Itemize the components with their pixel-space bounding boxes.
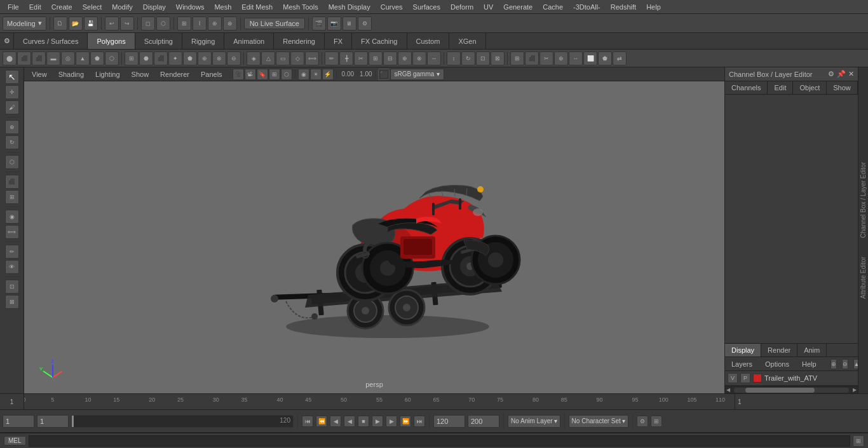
transform-tool[interactable]: ⊕ bbox=[5, 120, 19, 134]
tab-bar-settings[interactable]: ⚙ bbox=[0, 33, 14, 49]
menu-modify[interactable]: Modify bbox=[107, 2, 137, 12]
play-back-btn[interactable]: ◀ bbox=[344, 416, 355, 427]
scroll-track[interactable] bbox=[734, 388, 849, 393]
menu-redshift[interactable]: Redshift bbox=[606, 2, 641, 12]
scroll-thumb[interactable] bbox=[745, 388, 815, 393]
poly-append[interactable]: ✦ bbox=[168, 51, 182, 65]
time-slider[interactable]: 120 bbox=[71, 415, 294, 428]
step-back-btn[interactable]: ⏪ bbox=[316, 416, 327, 427]
poly-sphere[interactable]: ⬤ bbox=[3, 51, 17, 65]
menu-surfaces[interactable]: Surfaces bbox=[408, 2, 445, 12]
menu-mesh[interactable]: Mesh bbox=[209, 2, 236, 12]
rotate-tool[interactable]: ↻ bbox=[5, 135, 19, 149]
no-live-surface[interactable]: No Live Surface bbox=[244, 18, 305, 29]
prev-frame-btn[interactable]: ◀ bbox=[330, 416, 341, 427]
poly-cube[interactable]: ⬛ bbox=[17, 51, 31, 65]
poly-plane[interactable]: ▬ bbox=[46, 51, 60, 65]
layer-p-button[interactable]: P bbox=[740, 373, 750, 383]
poly-sculpt[interactable]: ✏ bbox=[325, 51, 339, 65]
soft-select[interactable]: ◉ bbox=[5, 210, 19, 224]
tab-rendering[interactable]: Rendering bbox=[274, 33, 325, 49]
menu-mesh-display[interactable]: Mesh Display bbox=[323, 2, 376, 12]
le-delete-layer[interactable]: ⊖ bbox=[842, 359, 848, 369]
snap-surface-button[interactable]: ⊗ bbox=[223, 17, 237, 31]
char-set-settings-btn[interactable]: ⚙ bbox=[637, 416, 648, 427]
vp-shading-btn[interactable]: ◉ bbox=[298, 69, 309, 80]
menu-edit-mesh[interactable]: Edit Mesh bbox=[236, 2, 278, 12]
poly-transfer[interactable]: ⇄ bbox=[613, 51, 627, 65]
poly-uv-unfold[interactable]: ⊞ bbox=[510, 51, 524, 65]
menu-help[interactable]: Help bbox=[641, 2, 666, 12]
channel-box-edge-label[interactable]: Channel Box / Layer Editor bbox=[860, 162, 867, 238]
poly-extrude[interactable]: ⊞ bbox=[125, 51, 139, 65]
poly-quadrangulate[interactable]: ▭ bbox=[276, 51, 290, 65]
poly-uv-layout[interactable]: ⬛ bbox=[525, 51, 539, 65]
open-file-button[interactable]: 📂 bbox=[69, 17, 83, 31]
poly-uv-move[interactable]: ↔ bbox=[569, 51, 583, 65]
stop-btn[interactable]: ■ bbox=[358, 416, 369, 427]
le-tab-display[interactable]: Display bbox=[725, 344, 761, 356]
poly-multicut[interactable]: ✂ bbox=[354, 51, 368, 65]
playback-start-input[interactable] bbox=[433, 415, 465, 428]
tab-animation[interactable]: Animation bbox=[224, 33, 274, 49]
snap-selection[interactable]: ⬡ bbox=[5, 155, 19, 169]
poly-offset[interactable]: ⊡ bbox=[476, 51, 490, 65]
tab-xgen[interactable]: XGen bbox=[449, 33, 485, 49]
vp-light-btn[interactable]: ☀ bbox=[310, 69, 322, 80]
menu-curves[interactable]: Curves bbox=[376, 2, 408, 12]
poly-target-weld[interactable]: ⊗ bbox=[412, 51, 426, 65]
undo-button[interactable]: ↩ bbox=[105, 17, 119, 31]
menu-deform[interactable]: Deform bbox=[445, 2, 478, 12]
3d-viewport[interactable]: persp X Y Z bbox=[24, 81, 724, 393]
layer-color-swatch[interactable] bbox=[753, 374, 762, 383]
menu-file[interactable]: File bbox=[3, 2, 24, 12]
vp-wireframe-btn[interactable]: ⬡ bbox=[281, 69, 292, 80]
play-fwd-btn[interactable]: ▶ bbox=[372, 416, 383, 427]
paint-tool[interactable]: 🖌 bbox=[5, 100, 19, 114]
script-input[interactable] bbox=[29, 435, 850, 447]
vp-colorspace-dropdown[interactable]: sRGB gamma ▾ bbox=[390, 69, 445, 80]
vp-film-btn[interactable]: 📽 bbox=[245, 69, 256, 80]
vp-menu-lighting[interactable]: Lighting bbox=[90, 69, 125, 79]
le-tab-render[interactable]: Render bbox=[761, 344, 797, 356]
poly-triangulate[interactable]: △ bbox=[261, 51, 275, 65]
poly-uv-cut[interactable]: ✂ bbox=[539, 51, 553, 65]
menu-3dtoall[interactable]: -3DtoAll- bbox=[568, 2, 606, 12]
snap-grid-button[interactable]: ⊞ bbox=[177, 17, 191, 31]
tab-fx-caching[interactable]: FX Caching bbox=[352, 33, 407, 49]
menu-cache[interactable]: Cache bbox=[538, 2, 568, 12]
frame-current-input[interactable] bbox=[37, 415, 69, 428]
render-button[interactable]: 🎬 bbox=[312, 17, 326, 31]
move-tool[interactable]: ✛ bbox=[5, 85, 19, 99]
vp-menu-panels[interactable]: Panels bbox=[196, 69, 227, 79]
poly-cone[interactable]: ▲ bbox=[76, 51, 90, 65]
go-end-btn[interactable]: ⏭ bbox=[414, 416, 425, 427]
tab-polygons[interactable]: Polygons bbox=[88, 33, 135, 49]
poly-merge[interactable]: ⊕ bbox=[398, 51, 412, 65]
save-file-button[interactable]: 💾 bbox=[84, 17, 98, 31]
poly-insert-edge[interactable]: ╋ bbox=[339, 51, 353, 65]
tab-custom[interactable]: Custom bbox=[407, 33, 450, 49]
object-mode[interactable]: ⬛ bbox=[5, 175, 19, 189]
poly-collapse[interactable]: ⊟ bbox=[383, 51, 397, 65]
channel-box-settings-icon[interactable]: ⚙ bbox=[828, 70, 834, 78]
poly-bevel[interactable]: ⬣ bbox=[139, 51, 153, 65]
redo-button[interactable]: ↪ bbox=[120, 17, 134, 31]
settings-button[interactable]: ⚙ bbox=[358, 17, 372, 31]
channel-box-close-icon[interactable]: ✕ bbox=[848, 70, 854, 78]
new-file-button[interactable]: 🗋 bbox=[53, 17, 67, 31]
vp-camera-btn[interactable]: 🎥 bbox=[233, 69, 244, 80]
vp-bookmark-btn[interactable]: 🔖 bbox=[257, 69, 268, 80]
no-char-set-dropdown[interactable]: No Character Set ▾ bbox=[569, 415, 628, 428]
poly-boolean[interactable]: ⊖ bbox=[227, 51, 241, 65]
timeline-ruler[interactable]: 0 5 10 15 20 25 30 35 40 45 50 55 60 65 … bbox=[24, 394, 735, 409]
component-mode[interactable]: ⊞ bbox=[5, 190, 19, 204]
display-render-button[interactable]: 🖥 bbox=[342, 17, 356, 31]
script-run-btn[interactable]: ⊞ bbox=[853, 435, 864, 447]
le-layers-menu[interactable]: Layers bbox=[728, 359, 756, 369]
channel-box-pin-icon[interactable]: 📌 bbox=[837, 70, 846, 78]
ipr-button[interactable]: 📷 bbox=[327, 17, 341, 31]
le-options-menu[interactable]: Options bbox=[761, 359, 793, 369]
script-lang-btn[interactable]: MEL bbox=[4, 436, 26, 445]
cb-tab-show[interactable]: Show bbox=[827, 81, 858, 94]
